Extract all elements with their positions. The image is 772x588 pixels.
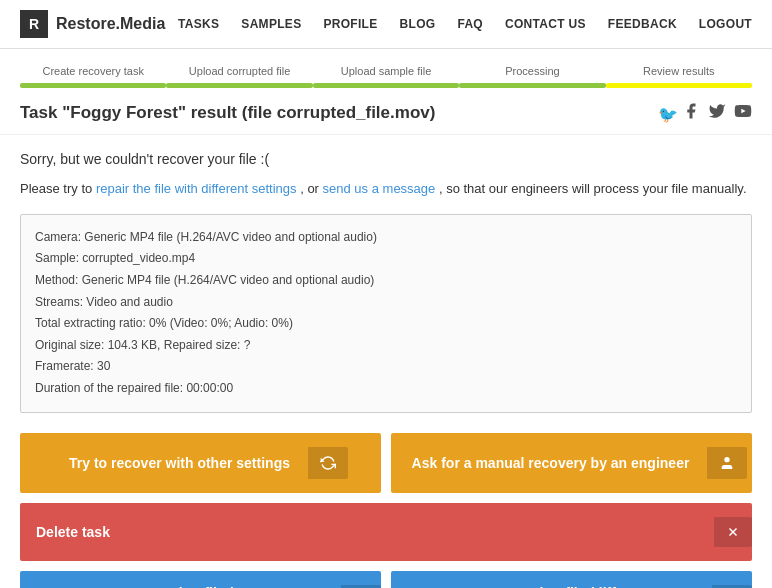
info-mid: , or — [300, 181, 322, 196]
wrench-icon-box-same — [341, 585, 381, 588]
steps-bar: Create recovery task Upload corrupted fi… — [0, 49, 772, 88]
nav-profile[interactable]: PROFILE — [323, 17, 377, 31]
person-icon — [719, 455, 735, 471]
recover-same-label: Recover another file (same camera/settin… — [36, 585, 323, 588]
nav-samples[interactable]: SAMPLES — [241, 17, 301, 31]
step-upload-corrupted: Upload corrupted file — [166, 65, 312, 88]
action-buttons-row2: Recover another file (same camera/settin… — [20, 571, 752, 588]
recover-icon-box — [308, 447, 348, 479]
action-buttons-row1: Try to recover with other settings Ask f… — [20, 433, 752, 493]
nav-tasks[interactable]: TASKS — [178, 17, 219, 31]
recover-other-settings-button[interactable]: Try to recover with other settings — [20, 433, 381, 493]
title-row: Task "Foggy Forest" result (file corrupt… — [0, 88, 772, 135]
recover-same-button[interactable]: Recover another file (same camera/settin… — [20, 571, 381, 588]
refresh-icon — [320, 455, 336, 471]
youtube-icon[interactable] — [734, 102, 752, 124]
engineer-icon-box — [707, 447, 747, 479]
step-review: Review results — [606, 65, 752, 88]
svg-point-1 — [725, 457, 730, 462]
step-line-4 — [606, 83, 752, 88]
file-info-streams: Streams: Video and audio — [35, 292, 737, 314]
step-line-1 — [166, 83, 312, 88]
recover-diff-button[interactable]: Recover another file (different camera/s… — [391, 571, 752, 588]
wrench-icon-box-diff — [712, 585, 752, 588]
file-info-duration: Duration of the repaired file: 00:00:00 — [35, 378, 737, 400]
sorry-message: Sorry, but we couldn't recover your file… — [20, 151, 752, 167]
recover-other-label: Try to recover with other settings — [69, 455, 290, 471]
nav-feedback[interactable]: FEEDBACK — [608, 17, 677, 31]
delete-icon-box — [714, 517, 752, 547]
file-info-camera: Camera: Generic MP4 file (H.264/AVC vide… — [35, 227, 737, 249]
file-info-sample: Sample: corrupted_video.mp4 — [35, 248, 737, 270]
nav-contact[interactable]: CONTACT US — [505, 17, 586, 31]
close-icon — [726, 525, 740, 539]
step-line-2 — [313, 83, 459, 88]
file-info-ratio: Total extracting ratio: 0% (Video: 0%; A… — [35, 313, 737, 335]
repair-link[interactable]: repair the file with different settings — [96, 181, 297, 196]
logo-icon: R — [20, 10, 48, 38]
info-message: Please try to repair the file with diffe… — [20, 179, 752, 200]
nav-logout[interactable]: LOGOUT — [699, 17, 752, 31]
nav-faq[interactable]: FAQ — [457, 17, 483, 31]
delete-button-row: Delete task — [20, 503, 752, 561]
facebook-icon[interactable]: 🐦 — [658, 102, 700, 124]
logo[interactable]: R Restore.Media — [20, 10, 165, 38]
social-icons: 🐦 — [658, 102, 752, 124]
main-nav: TASKS SAMPLES PROFILE BLOG FAQ CONTACT U… — [178, 17, 752, 31]
step-line-3 — [459, 83, 605, 88]
step-processing: Processing — [459, 65, 605, 88]
manual-recovery-label: Ask for a manual recovery by an engineer — [412, 455, 690, 471]
delete-task-button[interactable]: Delete task — [20, 503, 752, 561]
info-prefix: Please try to — [20, 181, 96, 196]
delete-task-label: Delete task — [36, 524, 110, 540]
logo-text: Restore.Media — [56, 15, 165, 33]
main-content: Sorry, but we couldn't recover your file… — [0, 135, 772, 588]
info-suffix: , so that our engineers will process you… — [439, 181, 747, 196]
step-line-0 — [20, 83, 166, 88]
contact-link[interactable]: send us a message — [323, 181, 436, 196]
page-title: Task "Foggy Forest" result (file corrupt… — [20, 103, 658, 123]
twitter-icon[interactable] — [708, 102, 726, 124]
nav-blog[interactable]: BLOG — [400, 17, 436, 31]
file-info-box: Camera: Generic MP4 file (H.264/AVC vide… — [20, 214, 752, 413]
step-create: Create recovery task — [20, 65, 166, 88]
step-upload-sample: Upload sample file — [313, 65, 459, 88]
file-info-size: Original size: 104.3 KB, Repaired size: … — [35, 335, 737, 357]
file-info-method: Method: Generic MP4 file (H.264/AVC vide… — [35, 270, 737, 292]
manual-recovery-button[interactable]: Ask for a manual recovery by an engineer — [391, 433, 752, 493]
file-info-framerate: Framerate: 30 — [35, 356, 737, 378]
recover-diff-label: Recover another file (different camera/s… — [407, 585, 694, 588]
